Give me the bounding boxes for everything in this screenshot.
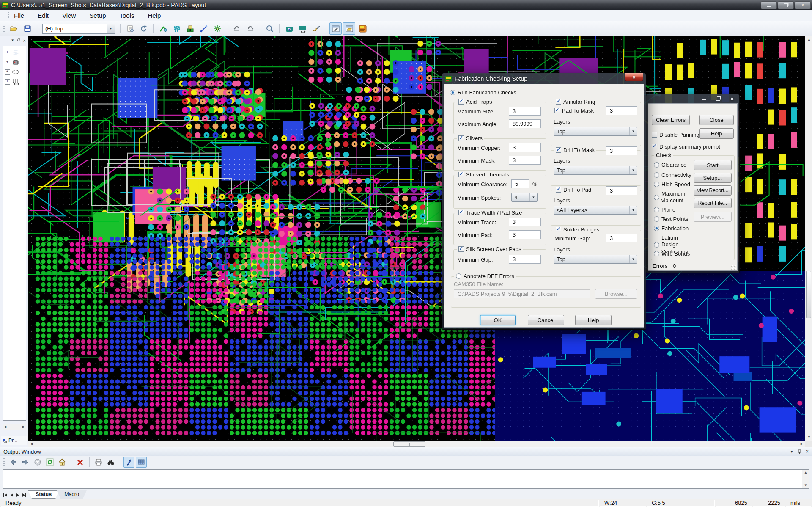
minimum-gap-input[interactable]: 3 (509, 255, 541, 264)
solder-bridges-checkbox[interactable] (556, 227, 561, 232)
next-tab-button[interactable] (16, 493, 19, 497)
run-fabrication-checks-radio[interactable]: Run Fabrication Checks (450, 89, 516, 96)
starved-thermals-checkbox[interactable] (458, 172, 464, 177)
menu-item-help[interactable]: Help (147, 11, 162, 20)
start-button[interactable]: Start (694, 160, 732, 170)
ok-button[interactable]: OK (480, 315, 516, 325)
fab-dialog-title-bar[interactable]: Fabrication Checking Setup × (444, 73, 644, 84)
minimum-mask-input[interactable]: 3 (509, 156, 541, 165)
design-toolbar-toggle[interactable] (343, 22, 355, 35)
zoom-button[interactable] (263, 22, 276, 35)
vertical-scroll-thumb[interactable] (806, 271, 811, 318)
scroll-left-icon[interactable]: ◀ (30, 442, 33, 446)
last-tab-button[interactable] (22, 493, 26, 497)
high-speed-radio[interactable] (654, 182, 659, 187)
tree-node-components[interactable]: + (5, 59, 26, 66)
acid-traps-checkbox[interactable] (458, 99, 464, 105)
maximum-angle-input[interactable]: 89.9999 (509, 119, 541, 128)
undo-button[interactable] (230, 22, 243, 35)
pin-icon[interactable] (798, 449, 801, 454)
menu-item-view[interactable]: View (61, 11, 77, 20)
minimum-clearance-input[interactable]: 5 (511, 179, 529, 188)
disable-panning-checkbox[interactable] (652, 132, 657, 138)
menu-item-file[interactable]: File (13, 11, 25, 20)
open-file-button[interactable] (8, 22, 20, 35)
fab-dialog-close-button[interactable]: × (625, 73, 643, 81)
find-button[interactable] (105, 457, 116, 468)
scroll-up-icon[interactable]: ▲ (804, 471, 807, 474)
expand-icon[interactable]: + (5, 50, 10, 55)
panel-menu-icon[interactable]: ▼ (790, 450, 793, 454)
maximum-size-input[interactable]: 3 (509, 107, 541, 116)
view-report-button[interactable]: View Report... (694, 185, 732, 196)
restore-button[interactable] (778, 1, 794, 9)
verify-minimize-button[interactable] (699, 95, 710, 102)
board-zoom-button[interactable] (283, 22, 295, 35)
drill-to-mask-input[interactable]: 3 (606, 146, 637, 155)
solder-bridges-layers-dropdown[interactable]: Top ▼ (554, 255, 637, 264)
help-button[interactable]: Help (575, 315, 612, 325)
slivers-checkbox[interactable] (458, 135, 464, 141)
test-points-radio-row[interactable]: Test Points (654, 216, 689, 222)
display-summary-row[interactable]: Display summary prompt (652, 143, 720, 150)
tree-node-nets[interactable]: + (5, 78, 26, 85)
route-mode-button[interactable] (157, 22, 169, 35)
explorer-scrollbar[interactable]: ◀ ▶ (3, 424, 26, 430)
close-button[interactable]: × (795, 1, 811, 9)
tree-node-layers[interactable]: + (5, 49, 26, 56)
connectivity-radio-row[interactable]: Connectivity (654, 172, 691, 178)
horizontal-scrollbar[interactable]: ◀ ▶ (28, 441, 805, 447)
cam350-file-input[interactable]: C:\PADS Projects 9_5\Digital_2_Blk.cam (454, 289, 590, 298)
cancel-button[interactable]: Cancel (528, 315, 564, 325)
display-summary-checkbox[interactable] (652, 144, 657, 149)
fabrication-radio[interactable] (654, 226, 659, 231)
measure-button[interactable] (198, 22, 210, 35)
tree-node-decals[interactable]: + (5, 69, 26, 75)
clearance-radio-row[interactable]: Clearance (654, 162, 686, 168)
max-via-radio-row[interactable]: Maximum via count (654, 190, 693, 204)
drill-to-mask-checkbox[interactable] (556, 147, 561, 153)
expand-icon[interactable]: + (5, 60, 10, 65)
verify-dialog-title-bar[interactable]: × (648, 94, 738, 103)
refresh-button[interactable] (44, 457, 55, 468)
fanout-button[interactable] (170, 22, 183, 35)
tab-macro[interactable]: Macro (57, 490, 87, 499)
plane-radio-row[interactable]: Plane (654, 207, 675, 213)
report-file-button[interactable]: Report File... (694, 198, 732, 208)
grid-view-toggle[interactable] (136, 457, 147, 468)
fabrication-radio-row[interactable]: Fabrication (654, 225, 689, 231)
browse-button[interactable]: Browse... (595, 289, 637, 299)
back-button[interactable] (8, 457, 19, 468)
drill-to-mask-layers-dropdown[interactable]: Top ▼ (554, 166, 637, 175)
forward-button[interactable] (20, 457, 31, 468)
properties-button[interactable] (124, 22, 136, 35)
pin-icon[interactable] (17, 38, 21, 43)
pad-to-mask-input[interactable]: 3 (606, 106, 637, 115)
connectivity-radio[interactable] (654, 172, 659, 178)
redo-button[interactable] (244, 22, 256, 35)
prev-tab-button[interactable] (11, 493, 13, 497)
drill-to-pad-input[interactable]: 3 (606, 186, 637, 195)
scroll-left-icon[interactable]: ◀ (4, 425, 6, 429)
router-button[interactable] (357, 22, 369, 35)
high-speed-radio-row[interactable]: High Speed (654, 181, 690, 187)
redraw-button[interactable] (137, 22, 150, 35)
test-points-radio[interactable] (654, 216, 659, 222)
print-button[interactable] (93, 457, 104, 468)
output-text-area[interactable]: ▲ ▼ (3, 469, 809, 489)
layer-selector[interactable]: (H) Top ▼ (42, 24, 115, 34)
minimum-pad-input[interactable]: 3 (509, 230, 541, 239)
drill-to-pad-layers-dropdown[interactable]: <All Layers> ▼ (554, 206, 637, 215)
stop-button[interactable] (32, 457, 43, 468)
macro-record-toggle[interactable] (123, 457, 134, 468)
output-scrollbar[interactable]: ▲ ▼ (802, 470, 809, 488)
preview-button[interactable]: Preview... (694, 212, 732, 222)
delete-button[interactable] (75, 457, 86, 468)
scroll-right-icon[interactable]: ▶ (801, 442, 803, 446)
expand-icon[interactable]: + (5, 79, 10, 85)
tab-status[interactable]: Status (28, 490, 59, 499)
latium-design-verification-radio[interactable] (654, 242, 659, 248)
board-refresh-button[interactable] (296, 22, 309, 35)
wire-bonds-radio-row[interactable]: Wire Bonds (654, 251, 690, 257)
cleanup-button[interactable] (310, 22, 322, 35)
